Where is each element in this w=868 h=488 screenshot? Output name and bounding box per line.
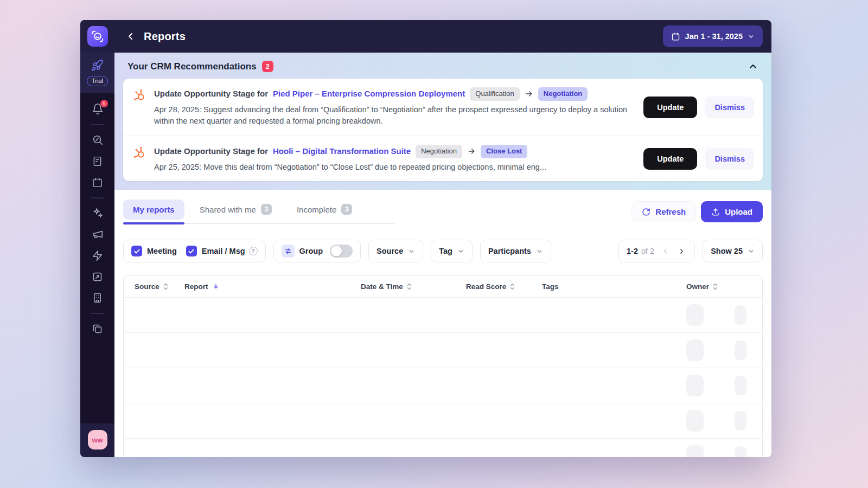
search-icon[interactable] xyxy=(91,133,104,146)
update-button[interactable]: Update xyxy=(643,97,697,118)
recommendations-card: Update Opportunity Stage for Pied Piper … xyxy=(123,79,763,181)
stage-to-badge: Close Lost xyxy=(481,145,527,158)
dismiss-button[interactable]: Dismiss xyxy=(705,97,754,118)
column-header-tags[interactable]: Tags xyxy=(542,282,678,291)
meeting-label: Meeting xyxy=(147,247,177,255)
smiley-camera-icon xyxy=(91,29,105,43)
show-label: Show 25 xyxy=(711,247,743,255)
participants-dropdown[interactable]: Particpants xyxy=(480,240,551,262)
refresh-button[interactable]: Refresh xyxy=(631,201,696,222)
column-header-read-score[interactable]: Read Score xyxy=(466,282,542,291)
date-range-picker[interactable]: Jan 1 - 31, 2025 xyxy=(663,25,763,47)
stage-from-badge: Negotiation xyxy=(416,145,462,158)
next-page-button[interactable] xyxy=(676,247,687,255)
sort-icon xyxy=(407,282,412,291)
check-icon xyxy=(188,248,195,255)
document-icon[interactable] xyxy=(91,155,104,168)
source-dropdown[interactable]: Source xyxy=(368,240,423,262)
sort-icon xyxy=(510,282,515,291)
tab-label: Incomplete xyxy=(297,205,336,214)
image-export-icon[interactable] xyxy=(91,270,104,283)
tabs-group: My reports Shared with me 3 Incomplete 3 xyxy=(123,198,362,225)
recommendation-title: Update Opportunity Stage for Hooli – Dig… xyxy=(154,145,630,158)
column-label: Read Score xyxy=(466,282,506,291)
sidebar-divider xyxy=(91,313,105,314)
column-label: Source xyxy=(135,282,159,291)
app-logo[interactable] xyxy=(87,26,108,47)
chevron-left-icon xyxy=(126,31,136,41)
tab-incomplete[interactable]: Incomplete 3 xyxy=(287,198,362,220)
column-header-owner[interactable]: Owner xyxy=(686,282,751,291)
column-label: Report xyxy=(184,282,208,291)
skeleton-cell xyxy=(735,341,746,360)
user-avatar[interactable]: ww xyxy=(88,430,107,450)
app-window: Trial 1 xyxy=(80,20,771,457)
table-header-row: Source Report Date & Time Read Score xyxy=(124,275,762,297)
tab-my-reports[interactable]: My reports xyxy=(123,200,184,220)
refresh-label: Refresh xyxy=(655,207,686,216)
trial-badge[interactable]: Trial xyxy=(87,76,108,86)
upload-button[interactable]: Upload xyxy=(701,201,763,222)
email-msg-checkbox[interactable] xyxy=(186,246,197,256)
recommendation-body: Update Opportunity Stage for Hooli – Dig… xyxy=(154,145,630,173)
skeleton-cell xyxy=(686,304,704,326)
back-button[interactable] xyxy=(123,29,138,44)
calendar-icon xyxy=(671,32,680,41)
reports-table: Source Report Date & Time Read Score xyxy=(123,275,763,457)
collapse-button[interactable] xyxy=(748,61,758,72)
group-label: Group xyxy=(299,247,323,255)
opportunity-link[interactable]: Hooli – Digital Transformation Suite xyxy=(273,146,411,157)
column-header-report[interactable]: Report xyxy=(184,282,361,291)
hubspot-icon xyxy=(132,88,146,102)
recommendation-title-prefix: Update Opportunity Stage for xyxy=(154,88,268,99)
recommendations-banner: Your CRM Recommendations 2 xyxy=(114,53,771,190)
column-label: Owner xyxy=(686,282,709,291)
recommendations-count-badge: 2 xyxy=(262,61,273,72)
column-header-date-time[interactable]: Date & Time xyxy=(361,282,466,291)
dismiss-button[interactable]: Dismiss xyxy=(705,148,754,170)
pagination-of: of 2 xyxy=(641,247,654,255)
sort-icon xyxy=(713,282,718,291)
tabs-row: My reports Shared with me 3 Incomplete 3… xyxy=(123,198,763,225)
tab-shared-with-me[interactable]: Shared with me 3 xyxy=(190,198,282,220)
column-header-source[interactable]: Source xyxy=(135,282,184,291)
table-row xyxy=(124,332,762,368)
recommendation-item: Update Opportunity Stage for Hooli – Dig… xyxy=(123,136,763,181)
meeting-checkbox[interactable] xyxy=(131,246,142,256)
type-filter-group: Meeting Email / Msg xyxy=(123,240,266,262)
opportunity-link[interactable]: Pied Piper – Enterprise Compression Depl… xyxy=(273,88,465,99)
sparkles-icon[interactable] xyxy=(91,207,104,220)
tag-dropdown[interactable]: Tag xyxy=(431,240,473,262)
group-toggle[interactable] xyxy=(330,245,353,258)
prev-page-button[interactable] xyxy=(660,247,671,255)
calendar-icon[interactable] xyxy=(91,176,104,189)
recommendation-item: Update Opportunity Stage for Pied Piper … xyxy=(123,79,763,136)
update-button[interactable]: Update xyxy=(643,148,697,170)
megaphone-icon[interactable] xyxy=(91,228,104,241)
stage-from-badge: Qualification xyxy=(470,87,520,101)
skeleton-cell xyxy=(735,305,746,325)
sidebar-divider xyxy=(91,124,105,125)
refresh-icon xyxy=(642,208,650,216)
filters-row: Meeting Email / Msg Group xyxy=(123,240,763,262)
recommendation-title-prefix: Update Opportunity Stage for xyxy=(154,146,268,157)
skeleton-cell xyxy=(686,339,704,361)
notification-badge: 1 xyxy=(100,100,108,107)
column-label: Tags xyxy=(542,282,559,291)
sidebar-nav: 1 xyxy=(80,93,114,423)
main-area: Reports Jan 1 - 31, 2025 Your CRM Recomm… xyxy=(114,20,771,457)
avatar-area: ww xyxy=(80,423,114,457)
rocket-icon[interactable] xyxy=(91,59,104,72)
copy-icon[interactable] xyxy=(91,322,104,335)
stage-to-badge: Negotiation xyxy=(538,87,588,101)
source-label: Source xyxy=(376,247,403,255)
arrow-right-icon xyxy=(525,89,533,98)
show-per-page-dropdown[interactable]: Show 25 xyxy=(703,240,763,262)
sort-icon xyxy=(163,282,168,291)
help-icon[interactable] xyxy=(249,247,258,255)
recommendation-description: Apr 28, 2025: Suggest advancing the deal… xyxy=(154,104,630,128)
chevron-down-icon xyxy=(408,248,415,255)
lightning-icon[interactable] xyxy=(91,249,104,262)
building-icon[interactable] xyxy=(91,291,104,304)
bell-icon[interactable]: 1 xyxy=(91,102,104,115)
